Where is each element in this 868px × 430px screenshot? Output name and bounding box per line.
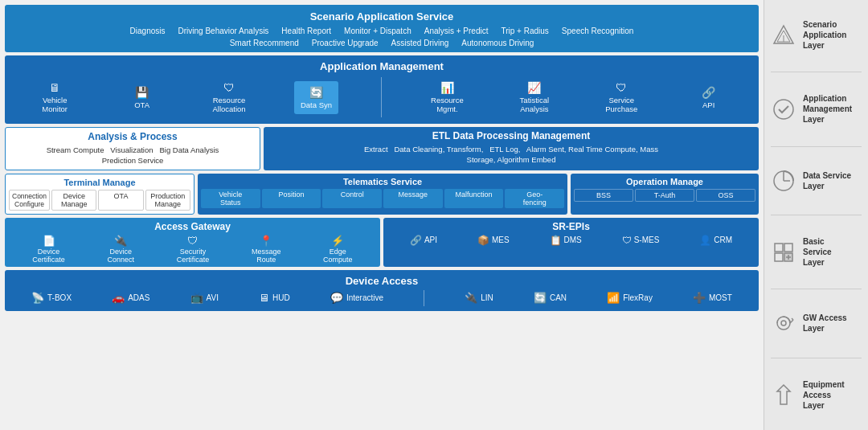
telematics-item-position: Position (262, 189, 321, 208)
basic-service-layer-label: BasicServiceLayer (803, 236, 832, 268)
equipment-access-layer-icon (771, 382, 796, 407)
operation-title: Operation Manage (574, 177, 755, 186)
most-label: MOST (709, 293, 732, 302)
data-service-layer-label: Data ServiceLayer (803, 170, 851, 191)
can-label: CAN (550, 293, 567, 302)
vehicle-monitor-icon: 🖥 (49, 81, 60, 94)
sr-col: SR-EPIs 🔗 API 📦 MES 📋 DMS � (383, 218, 759, 267)
data-syn-label: Data Syn (301, 100, 332, 109)
message-route-label: MessageRoute (252, 248, 281, 264)
app-item-statistical: 📈 TatisticalAnalysis (512, 81, 556, 113)
terminal-col: Terminal Manage ConnectionConfigure Devi… (5, 174, 194, 215)
device-connect-label: DeviceConnect (108, 248, 135, 264)
terminal-item-device: DeviceManage (51, 190, 96, 211)
scenario-item: Autonomous Driving (461, 39, 534, 47)
scenario-title: Scenario Application Service (11, 8, 752, 25)
device-cert-label: DeviceCertificate (32, 248, 65, 264)
app-item-ota: 💾 OTA (120, 86, 164, 109)
service-purchase-label: ServicePurchase (605, 96, 637, 113)
vehicle-monitor-label: VehicleMonitor (42, 96, 68, 113)
app-mgmt-row: Application Management 🖥 VehicleMonitor … (5, 55, 759, 124)
app-mgmt-title: Application Management (11, 59, 752, 74)
layer-app-mgmt: ApplicationManagementLayer (771, 90, 862, 128)
scenario-items-row2: Smart Recommend Proactive Upgrade Assist… (11, 37, 752, 49)
gw-item-device-connect: 🔌 DeviceConnect (108, 235, 135, 264)
svg-rect-7 (775, 244, 783, 252)
most-icon: ➕ (693, 292, 706, 304)
api-icon: 🔗 (702, 86, 715, 99)
sr-item-crm: 👤 CRM (699, 235, 732, 246)
terminal-row: Terminal Manage ConnectionConfigure Devi… (5, 174, 759, 215)
scenario-item: Driving Behavior Analysis (178, 27, 269, 35)
api-label: API (702, 100, 714, 109)
main-container: Scenario Application Service Diagnosis D… (0, 0, 868, 430)
sr-item-dms: 📋 DMS (550, 235, 582, 246)
scenario-item: Trip + Radius (501, 27, 548, 35)
lin-icon: 🔌 (465, 292, 477, 304)
etl-content: Extract Data Cleaning, Transform, ETL Lo… (270, 144, 752, 166)
scenario-item: Diagnosis (130, 27, 166, 35)
da-divider (424, 290, 424, 306)
terminal-item-connect: ConnectionConfigure (9, 190, 50, 211)
middle-row: Analysis & Process Stream Compute Visual… (5, 127, 759, 170)
app-mgmt-layer-label: ApplicationManagementLayer (803, 93, 852, 125)
telematics-item-status: VehicleStatus (201, 189, 260, 208)
layer-scenario: ScenarioApplicationLayer (771, 16, 862, 54)
telematics-col: Telematics Service VehicleStatus Positio… (198, 174, 567, 215)
gw-item-edge-compute: ⚡ EdgeCompute (323, 235, 353, 264)
scenario-item: Speech Recognition (562, 27, 634, 35)
layer-sep-3 (771, 215, 862, 215)
scenario-row: Scenario Application Service Diagnosis D… (5, 5, 759, 52)
scenario-items-row1: Diagnosis Driving Behavior Analysis Heal… (11, 25, 752, 37)
telematics-title: Telematics Service (201, 177, 564, 186)
sr-api-icon: 🔗 (410, 235, 422, 246)
sr-crm-icon: 👤 (699, 235, 711, 246)
app-mgmt-layer-icon (771, 96, 796, 122)
scenario-layer-icon (771, 23, 796, 48)
app-item-resource-mgmt: 📊 ResourceMgmt. (425, 81, 469, 113)
telematics-item-malfunction: Malfunction (444, 189, 504, 208)
da-item-can: 🔄 CAN (534, 292, 567, 304)
analysis-col: Analysis & Process Stream Compute Visual… (5, 127, 260, 170)
statistical-icon: 📈 (527, 81, 541, 94)
layer-data-service: Data ServiceLayer (771, 165, 862, 197)
device-access-title: Device Access (11, 273, 752, 289)
da-item-flexray: 📶 FlexRay (607, 292, 653, 304)
gw-access-layer-label: GW AccessLayer (803, 313, 847, 334)
data-service-layer-icon (771, 168, 796, 194)
scenario-layer-label: ScenarioApplicationLayer (803, 19, 846, 51)
device-access-items: 📡 T-BOX 🚗 ADAS 📺 AVI 🖥 HUD 💬 Inte (11, 289, 752, 308)
terminal-title: Terminal Manage (9, 178, 190, 187)
scenario-item: Analysis + Predict (424, 27, 489, 35)
sr-api-label: API (424, 235, 437, 244)
data-syn-icon: 🔄 (309, 86, 323, 99)
sr-item-mes: 📦 MES (477, 235, 510, 246)
right-panel: ScenarioApplicationLayer ApplicationMana… (764, 0, 868, 430)
etl-col: ETL Data Processing Management Extract D… (264, 127, 759, 170)
telematics-item-geofencing: Geo-fencing (505, 189, 564, 208)
flexray-label: FlexRay (623, 293, 653, 302)
resource-mgmt-icon: 📊 (440, 81, 454, 94)
can-icon: 🔄 (534, 292, 547, 304)
gw-item-device-cert: 📄 DeviceCertificate (32, 235, 65, 264)
app-item-data-syn: 🔄 Data Syn (294, 81, 338, 114)
adas-label: ADAS (128, 293, 149, 302)
etl-title: ETL Data Processing Management (270, 130, 752, 141)
layer-sep-2 (771, 146, 862, 147)
gateway-col: Access Gateway 📄 DeviceCertificate 🔌 Dev… (5, 218, 380, 267)
da-item-interactive: 💬 Interactive (330, 292, 383, 304)
app-mgmt-items: 🖥 VehicleMonitor 💾 OTA 🛡 ResourceAllocat… (11, 74, 752, 121)
layer-gw-access: GW AccessLayer (771, 307, 862, 339)
sr-crm-label: CRM (714, 235, 732, 244)
svg-point-14 (781, 321, 786, 326)
hud-label: HUD (272, 293, 290, 302)
edge-compute-icon: ⚡ (331, 235, 344, 247)
app-item-vehicle-monitor: 🖥 VehicleMonitor (33, 81, 77, 113)
interactive-icon: 💬 (330, 292, 343, 304)
resource-allocation-icon: 🛡 (223, 81, 235, 94)
sr-item-api: 🔗 API (410, 235, 437, 246)
gw-access-layer-icon (771, 310, 796, 336)
device-connect-icon: 🔌 (114, 235, 127, 247)
sr-item-smes: 🛡 S-MES (622, 235, 660, 246)
layer-basic-service: BasicServiceLayer (771, 233, 862, 271)
